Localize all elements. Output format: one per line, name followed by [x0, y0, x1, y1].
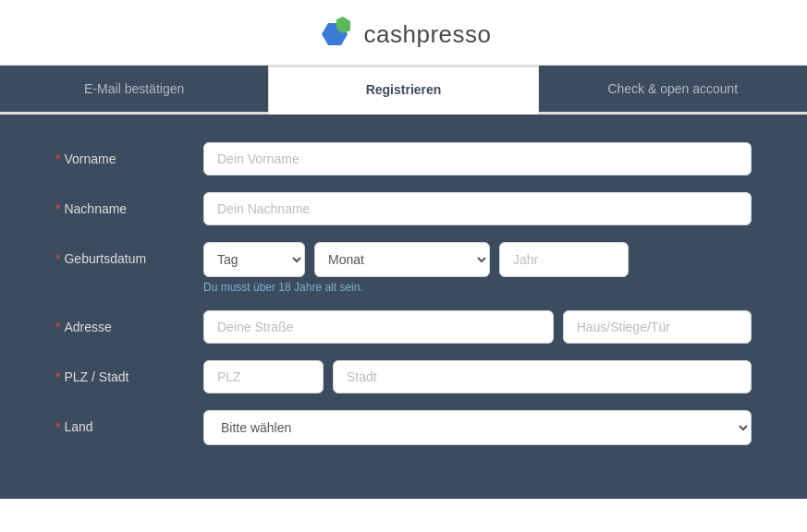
header: cashpresso — [0, 0, 807, 66]
required-mark6: * — [55, 419, 60, 434]
required-mark4: * — [55, 320, 60, 334]
required-mark: * — [55, 151, 60, 166]
birthday-selects: Tag 12345 678910 1112131415 1617181920 2… — [203, 242, 752, 277]
logo: cashpresso — [316, 17, 492, 52]
tag-select[interactable]: Tag 12345 678910 1112131415 1617181920 2… — [203, 242, 305, 277]
nachname-label: *Nachname — [55, 192, 203, 216]
plz-controls — [203, 360, 752, 393]
required-mark2: * — [55, 201, 60, 216]
plz-label: *PLZ / Stadt — [55, 360, 203, 384]
land-controls: Bitte wählen Österreich Deutschland Schw… — [203, 410, 752, 445]
vorname-input[interactable] — [203, 142, 752, 175]
geburtsdatum-controls: Tag 12345 678910 1112131415 1617181920 2… — [203, 242, 752, 294]
age-hint: Du musst über 18 Jahre alt sein. — [203, 281, 752, 294]
plz-row: *PLZ / Stadt — [55, 360, 752, 393]
required-mark5: * — [55, 369, 60, 384]
form-area: *Vorname *Nachname *Geburtsdatum Tag 123… — [0, 115, 807, 499]
nachname-controls — [203, 192, 752, 225]
strasse-input[interactable] — [203, 310, 554, 344]
required-mark3: * — [55, 251, 60, 266]
tabs-bar: E-Mail bestätigen Registrieren Check & o… — [0, 66, 807, 115]
tab-register[interactable]: Registrieren — [268, 66, 538, 115]
adresse-row: *Adresse — [55, 310, 752, 344]
land-label: *Land — [55, 410, 203, 434]
adresse-controls — [203, 310, 752, 344]
tab-email[interactable]: E-Mail bestätigen — [0, 66, 268, 112]
haus-input[interactable] — [563, 310, 752, 344]
monat-select[interactable]: Monat JanuarFebruarMärzApril MaiJuniJuli… — [314, 242, 490, 277]
geburtsdatum-row: *Geburtsdatum Tag 12345 678910 111213141… — [55, 242, 752, 294]
vorname-row: *Vorname — [55, 142, 752, 175]
vorname-controls — [203, 142, 752, 175]
geburtsdatum-label: *Geburtsdatum — [55, 242, 203, 266]
nachname-input[interactable] — [203, 192, 752, 225]
address-inputs — [203, 310, 752, 344]
land-select[interactable]: Bitte wählen Österreich Deutschland Schw… — [203, 410, 752, 445]
land-row: *Land Bitte wählen Österreich Deutschlan… — [55, 410, 752, 445]
logo-icon — [316, 17, 357, 52]
vorname-label: *Vorname — [55, 142, 203, 166]
plz-inputs — [203, 360, 752, 393]
stadt-input[interactable] — [333, 360, 752, 393]
adresse-label: *Adresse — [55, 310, 203, 334]
jahr-input[interactable] — [499, 242, 629, 277]
nachname-row: *Nachname — [55, 192, 752, 225]
plz-input[interactable] — [203, 360, 324, 393]
tab-check[interactable]: Check & open account — [539, 66, 807, 112]
logo-text: cashpresso — [364, 20, 492, 49]
